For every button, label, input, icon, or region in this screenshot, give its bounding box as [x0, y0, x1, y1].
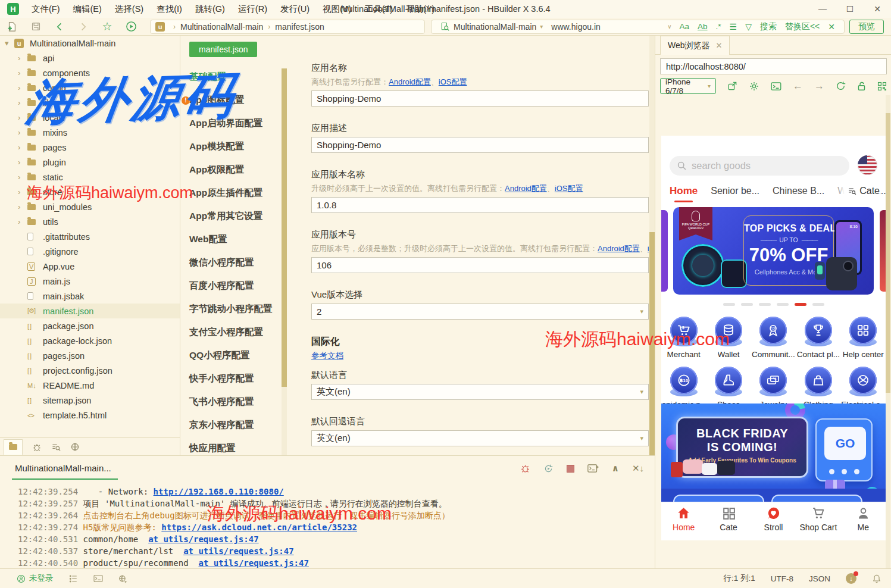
remote-status-icon[interactable] [118, 574, 128, 583]
section-App模块配置[interactable]: App模块配置 [189, 135, 282, 158]
minimize-button[interactable]: — [809, 0, 836, 18]
panel-scrollbar[interactable] [886, 95, 890, 568]
section-支付宝小程序配置[interactable]: 支付宝小程序配置 [189, 321, 282, 344]
field-input-应用名称[interactable] [311, 90, 649, 107]
field-input-应用版本号[interactable] [311, 257, 649, 273]
collapse-panel-icon[interactable]: ∧ [612, 463, 619, 474]
cate-shortcut[interactable]: Cate [832, 181, 880, 201]
menu-item-运行(R)[interactable]: 运行(R) [232, 4, 274, 15]
menu-item-查找(I)[interactable]: 查找(I) [150, 4, 189, 15]
section-Web配置[interactable]: Web配置 [189, 228, 282, 251]
menu-item-文件(F)[interactable]: 文件(F) [25, 4, 67, 15]
bottom-nav-Shop Cart[interactable]: Shop Cart [796, 502, 840, 536]
new-file-icon[interactable] [4, 20, 20, 33]
field-input-应用描述[interactable] [311, 137, 649, 153]
quick-link-epidemic p...[interactable]: ฿10epidemic p... [661, 364, 706, 409]
close-button[interactable]: ✕ [864, 0, 891, 18]
new-terminal-icon[interactable] [587, 464, 599, 473]
tree-item-config[interactable]: ›config [0, 80, 180, 95]
cursor-position[interactable]: 行:1 列:1 [723, 573, 755, 584]
search-scope-selector[interactable]: MultinationalMall-main [454, 22, 536, 32]
promo-banner[interactable]: FIFA WORLD CUP Qatar2022 TOP PICKS & DEA… [673, 207, 874, 295]
section-字节跳动小程序配置[interactable]: 字节跳动小程序配置 [189, 298, 282, 321]
scope-caret-icon[interactable]: ▾ [540, 23, 543, 30]
run-icon[interactable] [123, 20, 139, 33]
config-link[interactable]: Android配置 [505, 184, 547, 193]
tree-item-uni_modules[interactable]: ›uni_modules [0, 199, 180, 214]
open-external-icon[interactable] [727, 81, 737, 91]
tree-item-components[interactable]: ›components [0, 65, 180, 80]
filter-icon[interactable]: ▽ [745, 22, 752, 32]
debug-tab-icon[interactable] [32, 442, 42, 452]
terminal-status-icon[interactable] [93, 574, 103, 583]
config-link[interactable]: Android配置 [598, 244, 640, 253]
section-快应用配置[interactable]: 快应用配置 [189, 437, 282, 455]
regex-icon[interactable]: .* [716, 22, 721, 31]
qr-code-icon[interactable] [877, 82, 887, 91]
outline-icon[interactable] [69, 574, 78, 583]
log-link[interactable]: at utils/request.js:47 [148, 534, 258, 544]
black-friday-banner[interactable]: BLACK FRIDAY IS COMING! Add Early Favour… [661, 404, 886, 502]
chevron-right-icon[interactable]: › [18, 217, 27, 226]
section-nav-scrollbar[interactable] [282, 68, 287, 455]
tree-item-manifest.json[interactable]: [⚙]manifest.json [0, 304, 180, 318]
tree-item-plugin[interactable]: ›plugin [0, 155, 180, 170]
section-京东小程序配置[interactable]: 京东小程序配置 [189, 414, 282, 437]
config-link[interactable]: iOS配置 [555, 184, 583, 193]
clear-console-icon[interactable]: ✕↓ [632, 463, 644, 474]
quick-link-Contact pl...[interactable]: Contact pl... [796, 314, 840, 359]
tree-item-locale[interactable]: ›locale [0, 110, 180, 125]
quick-link-Help center[interactable]: Help center [841, 314, 886, 359]
restart-icon[interactable] [543, 464, 554, 474]
match-word-icon[interactable]: Ab [698, 22, 708, 31]
file-mode[interactable]: JSON [809, 574, 830, 583]
log-link[interactable]: at utils/request.js:47 [183, 546, 293, 556]
forward-icon[interactable] [76, 20, 91, 33]
save-icon[interactable] [28, 20, 43, 33]
quick-link-Communit...[interactable]: TOPCommunit... [751, 314, 796, 359]
chevron-right-icon[interactable]: › [18, 54, 27, 62]
section-App常用其它设置[interactable]: App常用其它设置 [189, 205, 282, 228]
close-tab-icon[interactable]: ✕ [716, 41, 723, 50]
section-快手小程序配置[interactable]: 快手小程序配置 [189, 367, 282, 390]
section-百度小程序配置[interactable]: 百度小程序配置 [189, 274, 282, 298]
breadcrumb[interactable]: u › MultinationalMall-main › manifest.js… [150, 20, 425, 34]
section-App权限配置[interactable]: App权限配置 [189, 158, 282, 182]
chevron-down-icon[interactable]: ▾ [5, 39, 14, 48]
log-link[interactable]: at utils/request.js:47 [198, 558, 308, 568]
menu-item-选择(S)[interactable]: 选择(S) [108, 4, 150, 15]
back-icon[interactable] [52, 20, 67, 33]
tree-item-mixins[interactable]: ›mixins [0, 125, 180, 140]
bottom-nav-Home[interactable]: Home [661, 502, 706, 536]
tab-Chinese B...[interactable]: Chinese B... [773, 186, 824, 196]
carousel-prev-slide[interactable] [661, 210, 668, 292]
collapse-caret-icon[interactable]: ∨ [667, 23, 671, 30]
tree-item-package-lock.json[interactable]: [ ]package-lock.json [0, 333, 180, 348]
field-select-Vue版本选择[interactable]: 2▾ [311, 304, 649, 320]
tree-item-main.js[interactable]: Jmain.js [0, 274, 180, 289]
go-button[interactable]: GO [824, 427, 866, 460]
carousel-dot-2[interactable] [741, 303, 753, 306]
carousel-dot-6[interactable] [812, 303, 824, 306]
section-App原生插件配置[interactable]: App原生插件配置 [189, 182, 282, 205]
devtools-console-icon[interactable] [771, 82, 781, 91]
files-tab-icon[interactable] [4, 439, 23, 455]
preview-button[interactable]: 预览 [849, 20, 884, 34]
menu-item-跳转(G)[interactable]: 跳转(G) [189, 4, 232, 15]
config-link[interactable]: iOS配置 [648, 244, 649, 253]
chevron-right-icon[interactable]: › [18, 83, 27, 92]
carousel-dot-5[interactable] [795, 303, 806, 306]
section-App启动界面配置[interactable]: App启动界面配置 [189, 112, 282, 135]
doc-link[interactable]: 参考文档 [311, 351, 343, 360]
menu-item-发行(U)[interactable]: 发行(U) [274, 4, 316, 15]
bottom-nav-Cate[interactable]: Cate [706, 502, 751, 536]
bottom-nav-Stroll[interactable]: Stroll [751, 502, 796, 536]
browser-url-input[interactable] [660, 58, 887, 74]
tree-item-sitemap.json[interactable]: [ ]sitemap.json [0, 393, 180, 408]
favorite-star-icon[interactable]: ☆ [99, 20, 115, 33]
tree-item-template.h5.html[interactable]: <>template.h5.html [0, 408, 180, 423]
tree-item-utils[interactable]: ›utils [0, 214, 180, 229]
bottom-nav-Me[interactable]: Me [841, 502, 886, 536]
multiline-icon[interactable]: ☰ [730, 22, 737, 32]
breadcrumb-project[interactable]: MultinationalMall-main [180, 22, 263, 32]
